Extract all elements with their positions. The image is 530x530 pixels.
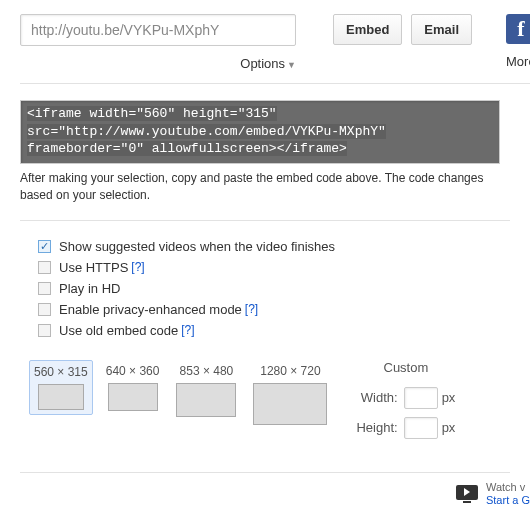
option-label: Use HTTPS (59, 260, 128, 275)
option-1[interactable]: ✓Use HTTPS [?] (38, 260, 530, 275)
help-icon[interactable]: [?] (131, 260, 144, 274)
divider (20, 472, 510, 473)
footer-text: Watch v Start a G (486, 481, 530, 507)
option-3[interactable]: ✓Enable privacy-enhanced mode [?] (38, 302, 530, 317)
size-thumb (38, 384, 84, 410)
help-text: After making your selection, copy and pa… (20, 170, 500, 204)
size-label: 640 × 360 (106, 364, 160, 378)
tv-icon (456, 485, 478, 503)
height-label: Height: (356, 420, 397, 435)
size-option-2[interactable]: 853 × 480 (172, 360, 240, 421)
embed-code-textarea[interactable]: <iframe width="560" height="315" src="ht… (20, 100, 500, 164)
option-label: Play in HD (59, 281, 120, 296)
chevron-down-icon: ▼ (287, 60, 296, 70)
checkbox[interactable]: ✓ (38, 303, 51, 316)
facebook-icon[interactable]: f (506, 14, 530, 44)
custom-title: Custom (356, 360, 455, 375)
size-thumb (253, 383, 327, 425)
size-option-1[interactable]: 640 × 360 (102, 360, 164, 415)
help-icon[interactable]: [?] (245, 302, 258, 316)
embed-button[interactable]: Embed (333, 14, 402, 45)
checkbox[interactable]: ✓ (38, 240, 51, 253)
checkbox[interactable]: ✓ (38, 261, 51, 274)
size-option-0[interactable]: 560 × 315 (29, 360, 93, 415)
size-label: 1280 × 720 (260, 364, 320, 378)
checkbox[interactable]: ✓ (38, 282, 51, 295)
start-link[interactable]: Start a G (486, 494, 530, 507)
size-label: 853 × 480 (180, 364, 234, 378)
size-label: 560 × 315 (34, 365, 88, 379)
width-input[interactable] (404, 387, 438, 409)
custom-size: CustomWidth:pxHeight:px (356, 360, 455, 447)
option-0[interactable]: ✓Show suggested videos when the video fi… (38, 239, 530, 254)
width-label: Width: (361, 390, 398, 405)
size-thumb (108, 383, 158, 411)
option-4[interactable]: ✓Use old embed code [?] (38, 323, 530, 338)
email-button[interactable]: Email (411, 14, 472, 45)
size-thumb (176, 383, 236, 417)
options-toggle[interactable]: Options▼ (20, 56, 296, 71)
checkbox[interactable]: ✓ (38, 324, 51, 337)
more-toggle[interactable]: More▼ (506, 54, 530, 69)
option-label: Enable privacy-enhanced mode (59, 302, 242, 317)
divider (20, 83, 530, 84)
option-2[interactable]: ✓Play in HD (38, 281, 530, 296)
help-icon[interactable]: [?] (181, 323, 194, 337)
height-input[interactable] (404, 417, 438, 439)
size-option-3[interactable]: 1280 × 720 (249, 360, 331, 429)
embed-options: ✓Show suggested videos when the video fi… (38, 239, 530, 338)
size-options: 560 × 315640 × 360853 × 4801280 × 720Cus… (29, 360, 530, 447)
share-url-input[interactable] (20, 14, 296, 46)
divider (20, 220, 510, 221)
option-label: Use old embed code (59, 323, 178, 338)
option-label: Show suggested videos when the video fin… (59, 239, 335, 254)
